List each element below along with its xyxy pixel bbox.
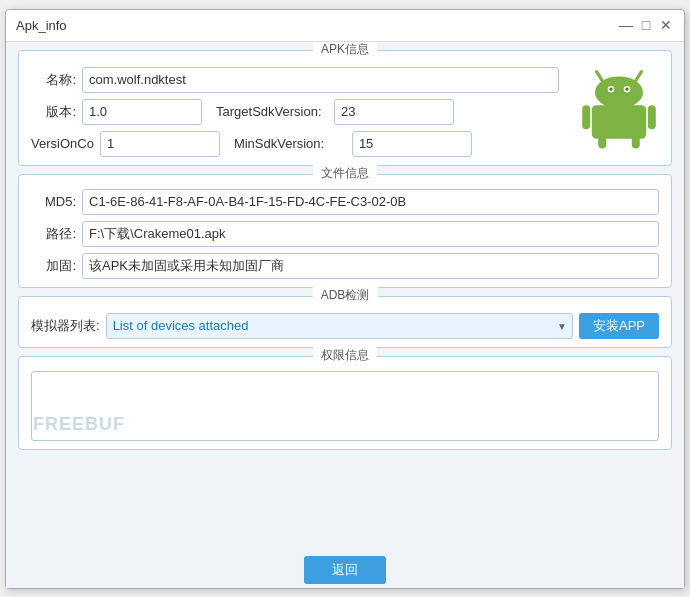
- min-sdk-input[interactable]: [352, 131, 472, 157]
- emulator-select-wrapper: List of devices attached ▼: [106, 313, 573, 339]
- jiagu-input[interactable]: [82, 253, 659, 279]
- path-input[interactable]: [82, 221, 659, 247]
- emulator-label: 模拟器列表:: [31, 317, 100, 335]
- jiagu-row: 加固:: [31, 253, 659, 279]
- version-label: 版本:: [31, 103, 76, 121]
- android-logo: [579, 61, 659, 154]
- title-bar: Apk_info — □ ✕: [6, 10, 684, 42]
- md5-row: MD5:: [31, 189, 659, 215]
- md5-label: MD5:: [31, 194, 76, 209]
- window-title: Apk_info: [16, 18, 67, 33]
- svg-rect-9: [648, 105, 656, 129]
- file-info-section: 文件信息 MD5: 路径: 加固:: [18, 174, 672, 288]
- target-sdk-input[interactable]: [334, 99, 454, 125]
- version-input[interactable]: [82, 99, 202, 125]
- name-input[interactable]: [82, 67, 559, 93]
- emulator-row: 模拟器列表: List of devices attached ▼ 安装APP: [31, 313, 659, 339]
- versionco-row: VersiOnCo MinSdkVersion:: [31, 131, 559, 157]
- svg-rect-11: [632, 135, 640, 148]
- jiagu-label: 加固:: [31, 257, 76, 275]
- emulator-select[interactable]: List of devices attached: [106, 313, 573, 339]
- main-window: Apk_info — □ ✕ APK信息: [5, 9, 685, 589]
- apk-info-section: APK信息: [18, 50, 672, 166]
- svg-rect-7: [592, 105, 646, 139]
- apk-section-title: APK信息: [313, 42, 377, 58]
- close-button[interactable]: ✕: [658, 17, 674, 33]
- adb-section: ADB检测 模拟器列表: List of devices attached ▼ …: [18, 296, 672, 348]
- versionco-input[interactable]: [100, 131, 220, 157]
- permissions-section: 权限信息 FREEBUF: [18, 356, 672, 450]
- target-sdk-label: TargetSdkVersion:: [208, 104, 328, 119]
- title-buttons: — □ ✕: [618, 17, 674, 33]
- svg-rect-8: [582, 105, 590, 129]
- path-row: 路径:: [31, 221, 659, 247]
- footer: 返回: [6, 550, 684, 588]
- svg-point-2: [595, 76, 643, 108]
- title-bar-left: Apk_info: [16, 18, 67, 33]
- permissions-section-title: 权限信息: [313, 347, 377, 364]
- install-button[interactable]: 安装APP: [579, 313, 659, 339]
- versionco-label: VersiOnCo: [31, 136, 94, 152]
- svg-point-5: [609, 87, 612, 90]
- content-area: APK信息: [6, 42, 684, 550]
- name-row: 名称:: [31, 67, 559, 93]
- maximize-button[interactable]: □: [638, 17, 654, 33]
- minimize-button[interactable]: —: [618, 17, 634, 33]
- back-button[interactable]: 返回: [304, 556, 386, 584]
- md5-input[interactable]: [82, 189, 659, 215]
- file-section-title: 文件信息: [313, 165, 377, 182]
- adb-section-title: ADB检测: [313, 287, 378, 304]
- svg-point-6: [625, 87, 628, 90]
- version-row: 版本: TargetSdkVersion:: [31, 99, 559, 125]
- path-label: 路径:: [31, 225, 76, 243]
- min-sdk-label: MinSdkVersion:: [226, 136, 346, 151]
- permissions-textbox: [31, 371, 659, 441]
- svg-rect-10: [598, 135, 606, 148]
- name-label: 名称:: [31, 71, 76, 89]
